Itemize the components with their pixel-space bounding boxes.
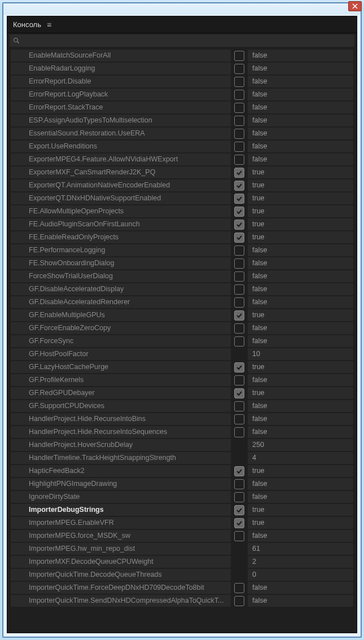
setting-value[interactable]: 61: [248, 543, 353, 555]
setting-checkbox[interactable]: [234, 479, 244, 489]
setting-label: FE.AudioPluginScanOnFirstLaunch: [11, 218, 231, 230]
setting-value[interactable]: true: [248, 309, 353, 321]
setting-value[interactable]: false: [248, 115, 353, 126]
setting-value[interactable]: false: [248, 63, 353, 74]
setting-label: ESP.AssignAudioTypesToMultiselection: [11, 115, 231, 126]
setting-checkbox[interactable]: [234, 492, 244, 502]
setting-checkbox[interactable]: [234, 155, 244, 165]
setting-checkbox[interactable]: [234, 194, 244, 204]
setting-row: ExporterMXF_CanSmartRenderJ2K_PQtrue: [10, 166, 354, 179]
setting-value[interactable]: false: [248, 244, 353, 256]
setting-checkbox[interactable]: [234, 116, 244, 126]
setting-row: GF.EnableMultipleGPUstrue: [10, 309, 354, 322]
setting-checkbox[interactable]: [234, 596, 244, 606]
setting-value[interactable]: 2: [248, 556, 353, 568]
setting-label: ImporterMPEG.EnableVFR: [11, 517, 231, 529]
setting-row: HighlightPNGImageDrawingfalse: [10, 477, 354, 490]
setting-value[interactable]: true: [248, 205, 353, 217]
setting-value[interactable]: false: [248, 76, 353, 87]
setting-checkbox[interactable]: [234, 233, 244, 243]
setting-checkbox[interactable]: [234, 142, 244, 152]
setting-row: EnableRadarLoggingfalse: [10, 62, 354, 75]
setting-checkbox[interactable]: [234, 531, 244, 541]
setting-checkbox[interactable]: [234, 362, 244, 372]
setting-checkbox[interactable]: [234, 336, 244, 347]
setting-value[interactable]: true: [248, 218, 353, 230]
setting-value[interactable]: false: [248, 595, 353, 607]
setting-checkbox[interactable]: [234, 220, 244, 230]
setting-value[interactable]: false: [248, 322, 353, 334]
setting-value[interactable]: false: [248, 335, 353, 347]
setting-checkbox[interactable]: [234, 466, 244, 476]
setting-checkbox[interactable]: [234, 77, 244, 87]
setting-row: ImporterQuickTime.SendDNxHDCompressedAlp…: [10, 594, 354, 607]
setting-value[interactable]: false: [248, 426, 353, 438]
setting-value[interactable]: 250: [248, 439, 353, 451]
setting-value[interactable]: true: [248, 179, 353, 191]
panel-title: Консоль: [13, 20, 41, 29]
settings-list[interactable]: EnableMatchSourceForAllfalseEnableRadarL…: [7, 48, 357, 633]
setting-row: FE.AllowMultipleOpenProjectstrue: [10, 205, 354, 218]
setting-value[interactable]: false: [248, 154, 353, 165]
setting-value[interactable]: false: [248, 491, 353, 503]
setting-value[interactable]: 0: [248, 569, 353, 581]
setting-value[interactable]: false: [248, 102, 353, 113]
setting-checkbox[interactable]: [234, 103, 244, 113]
setting-value[interactable]: true: [248, 361, 353, 373]
setting-checkbox[interactable]: [234, 271, 244, 282]
setting-value[interactable]: false: [248, 128, 353, 139]
window-close-button[interactable]: [348, 1, 362, 11]
setting-value[interactable]: false: [248, 478, 353, 490]
setting-value[interactable]: true: [248, 166, 353, 178]
setting-checkbox[interactable]: [234, 297, 244, 308]
setting-value[interactable]: false: [248, 270, 353, 282]
setting-row: ImporterQuickTime.DecodeQueueThreads0: [10, 568, 354, 581]
setting-value[interactable]: false: [248, 582, 353, 594]
setting-checkbox[interactable]: [234, 181, 244, 191]
setting-value[interactable]: false: [248, 141, 353, 152]
setting-checkbox[interactable]: [234, 401, 244, 411]
setting-checkbox[interactable]: [234, 168, 244, 178]
setting-value[interactable]: false: [248, 283, 353, 295]
setting-row: ErrorReport.LogPlaybackfalse: [10, 88, 354, 101]
setting-checkbox[interactable]: [234, 518, 244, 528]
setting-checkbox[interactable]: [234, 583, 244, 593]
setting-row: ImporterMXF.DecodeQueueCPUWeight2: [10, 555, 354, 568]
setting-checkbox[interactable]: [234, 414, 244, 424]
setting-value[interactable]: true: [248, 231, 353, 243]
setting-checkbox[interactable]: [234, 427, 244, 437]
setting-value[interactable]: true: [248, 192, 353, 204]
setting-value[interactable]: false: [248, 413, 353, 425]
setting-checkbox[interactable]: [234, 375, 244, 385]
setting-label: ImporterMXF.DecodeQueueCPUWeight: [11, 556, 231, 568]
setting-value[interactable]: 10: [248, 348, 353, 360]
setting-checkbox[interactable]: [234, 388, 244, 398]
search-input[interactable]: [10, 34, 354, 47]
setting-value[interactable]: false: [248, 400, 353, 412]
setting-checkbox[interactable]: [234, 323, 244, 334]
setting-checkbox[interactable]: [234, 246, 244, 256]
setting-value[interactable]: true: [248, 387, 353, 399]
setting-value[interactable]: false: [248, 89, 353, 100]
setting-checkbox[interactable]: [234, 310, 244, 321]
setting-row: FE.ShowOnboardingDialogfalse: [10, 257, 354, 270]
setting-value[interactable]: false: [248, 374, 353, 386]
setting-checkbox[interactable]: [234, 129, 244, 139]
setting-checkbox[interactable]: [234, 64, 244, 74]
setting-checkbox[interactable]: [234, 258, 244, 269]
setting-value[interactable]: true: [248, 504, 353, 516]
setting-value[interactable]: false: [248, 257, 353, 269]
hamburger-icon[interactable]: ≡: [47, 20, 51, 29]
setting-value[interactable]: false: [248, 296, 353, 308]
setting-value[interactable]: false: [248, 50, 353, 62]
setting-value[interactable]: 4: [248, 452, 353, 464]
setting-checkbox[interactable]: [234, 51, 244, 61]
setting-checkbox[interactable]: [234, 505, 244, 515]
setting-value[interactable]: true: [248, 517, 353, 529]
setting-value[interactable]: false: [248, 530, 353, 542]
setting-label: ExporterMPEG4.Feature.AllowNVidiaHWExpor…: [11, 154, 231, 165]
setting-checkbox[interactable]: [234, 207, 244, 217]
setting-checkbox[interactable]: [234, 284, 244, 295]
setting-checkbox[interactable]: [234, 90, 244, 100]
setting-value[interactable]: true: [248, 465, 353, 477]
